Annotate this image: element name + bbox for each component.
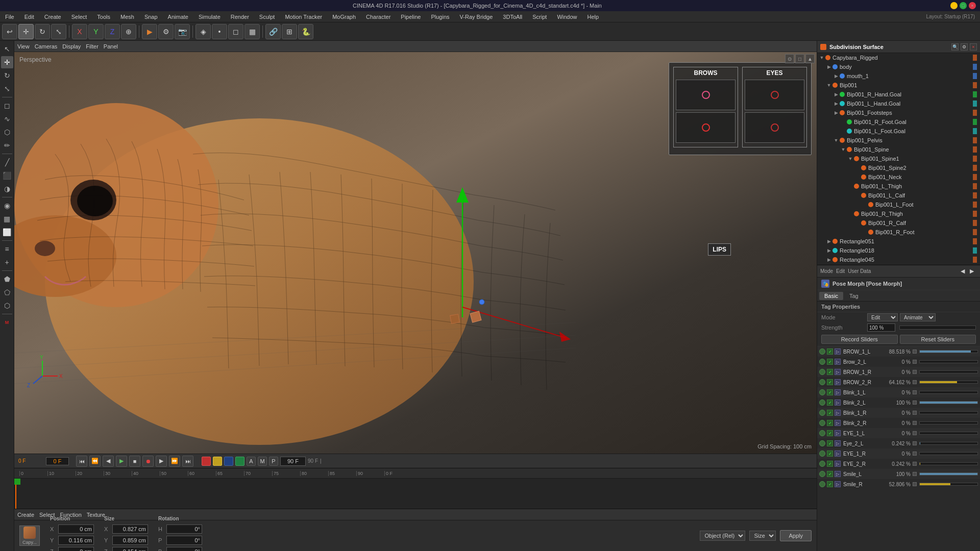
pm-tri-1[interactable]: ▷ bbox=[835, 359, 841, 365]
pm-eye-6[interactable] bbox=[819, 410, 825, 416]
pm-slider-3[interactable] bbox=[913, 380, 917, 384]
pm-dot-0[interactable] bbox=[913, 349, 917, 354]
left-tool-add[interactable]: + bbox=[1, 256, 13, 268]
pm-tri-4[interactable]: ▷ bbox=[835, 389, 841, 395]
left-tool-spline[interactable]: ∿ bbox=[1, 113, 13, 125]
vp-menu-cameras[interactable]: Cameras bbox=[35, 43, 58, 49]
menu-window[interactable]: Window bbox=[555, 13, 579, 21]
left-tool-brush[interactable]: ⬟ bbox=[1, 273, 13, 285]
pm-tri-3[interactable]: ▷ bbox=[835, 379, 841, 385]
left-tool-rotate[interactable]: ↻ bbox=[1, 69, 13, 82]
menu-3dtoall[interactable]: 3DToAll bbox=[501, 13, 524, 21]
toolbar-point-mode[interactable]: • bbox=[212, 24, 227, 39]
strength-input[interactable] bbox=[867, 323, 895, 332]
pm-check-10[interactable]: ✓ bbox=[827, 450, 833, 457]
menu-character[interactable]: Character bbox=[364, 13, 393, 21]
toolbar-world[interactable]: ⊕ bbox=[121, 24, 136, 39]
pm-slider-9[interactable] bbox=[913, 441, 917, 445]
pm-track-10[interactable] bbox=[919, 452, 978, 455]
menu-mograph[interactable]: MoGraph bbox=[330, 13, 358, 21]
rot-b-input[interactable] bbox=[166, 547, 202, 552]
pm-tri-11[interactable]: ▷ bbox=[835, 461, 841, 467]
menu-sculpt[interactable]: Sculpt bbox=[257, 13, 277, 21]
object-rel-dropdown[interactable]: Object (Rel) bbox=[700, 531, 745, 541]
left-tool-poly[interactable]: ◻ bbox=[1, 99, 13, 112]
menu-select[interactable]: Select bbox=[69, 13, 89, 21]
menu-snap[interactable]: Snap bbox=[142, 13, 160, 21]
menu-pipeline[interactable]: Pipeline bbox=[399, 13, 423, 21]
pm-slider-8[interactable] bbox=[913, 431, 917, 435]
pb-prev-frame[interactable]: ⏪ bbox=[89, 456, 101, 467]
toolbar-x-axis[interactable]: X bbox=[72, 24, 87, 39]
menu-tools[interactable]: Tools bbox=[95, 13, 112, 21]
pm-check-9[interactable]: ✓ bbox=[827, 440, 833, 446]
menu-render[interactable]: Render bbox=[229, 13, 251, 21]
pm-check-11[interactable]: ✓ bbox=[827, 461, 833, 467]
pb-stop[interactable]: ■ bbox=[129, 456, 140, 467]
menu-help[interactable]: Help bbox=[585, 13, 601, 21]
pm-check-1[interactable]: ✓ bbox=[827, 359, 833, 365]
outliner-item[interactable]: Bip001_L_Foot.Goal bbox=[817, 127, 980, 136]
left-tool-magnet[interactable]: ◑ bbox=[1, 183, 13, 195]
tab-create[interactable]: Create bbox=[17, 512, 34, 518]
pm-check-0[interactable]: ✓ bbox=[827, 348, 833, 355]
outliner-item[interactable]: ▼ Bip001_Spine bbox=[817, 145, 980, 154]
outliner-item[interactable]: Bip001_Spine2 bbox=[817, 163, 980, 172]
outliner-item[interactable]: Bip001_R_Foot bbox=[817, 228, 980, 237]
outliner-item[interactable]: ▶ Bip001_R_Hand.Goal bbox=[817, 90, 980, 99]
left-tool-knife[interactable]: ╱ bbox=[1, 156, 13, 168]
outliner-item[interactable]: Bip001_L_Calf bbox=[817, 191, 980, 200]
pm-tri-7[interactable]: ▷ bbox=[835, 420, 841, 426]
pm-eye-2[interactable] bbox=[819, 369, 825, 375]
pm-slider-6[interactable] bbox=[913, 411, 917, 415]
toolbar-scale[interactable]: ⤡ bbox=[51, 24, 66, 39]
outliner-item[interactable]: ▼ Bip001 bbox=[817, 81, 980, 90]
pm-tri-0[interactable]: ▷ bbox=[835, 348, 841, 355]
animate-dropdown[interactable]: Animate bbox=[900, 313, 936, 321]
menu-create[interactable]: Create bbox=[42, 13, 63, 21]
pm-track-7[interactable] bbox=[919, 421, 978, 424]
pm-eye-12[interactable] bbox=[819, 471, 825, 477]
left-tool-move[interactable]: ✛ bbox=[1, 56, 13, 68]
props-icon-1[interactable]: ◀ bbox=[961, 268, 968, 275]
left-tool-texture[interactable]: ▦ bbox=[1, 213, 13, 225]
vp-menu-filter[interactable]: Filter bbox=[86, 43, 98, 49]
size-y-input[interactable] bbox=[112, 536, 148, 545]
tab-basic[interactable]: Basic bbox=[819, 292, 843, 300]
pm-track-12[interactable] bbox=[919, 472, 978, 475]
toolbar-z-axis[interactable]: Z bbox=[105, 24, 120, 39]
strength-slider[interactable] bbox=[899, 325, 976, 330]
pm-dot-11[interactable] bbox=[913, 462, 917, 466]
pm-track-1[interactable] bbox=[919, 360, 978, 363]
pm-dot-5[interactable] bbox=[913, 400, 917, 405]
pm-slider-12[interactable] bbox=[913, 472, 917, 476]
pm-slider-1[interactable] bbox=[913, 360, 917, 364]
pm-eye-4[interactable] bbox=[819, 389, 825, 395]
outliner-item[interactable]: ▶ Rectangle045 bbox=[817, 255, 980, 264]
left-tool-select[interactable]: ↖ bbox=[1, 43, 13, 55]
pm-dot-1[interactable] bbox=[913, 360, 917, 364]
pos-z-input[interactable] bbox=[58, 547, 94, 552]
vp-menu-panel[interactable]: Panel bbox=[104, 43, 118, 49]
pm-tri-5[interactable]: ▷ bbox=[835, 399, 841, 406]
brows-slider-1[interactable] bbox=[676, 80, 736, 110]
pm-slider-10[interactable] bbox=[913, 452, 917, 456]
outliner-settings-icon[interactable]: ⚙ bbox=[961, 43, 968, 51]
pb-motion[interactable]: M bbox=[258, 457, 267, 466]
pm-tri-12[interactable]: ▷ bbox=[835, 471, 841, 477]
pb-goto-start[interactable]: ⏮ bbox=[76, 456, 87, 467]
left-tool-scale[interactable]: ⤡ bbox=[1, 83, 13, 95]
pm-check-3[interactable]: ✓ bbox=[827, 379, 833, 385]
size-z-input[interactable] bbox=[112, 547, 148, 552]
pm-check-8[interactable]: ✓ bbox=[827, 430, 833, 436]
menu-mesh[interactable]: Mesh bbox=[118, 13, 136, 21]
outliner-item[interactable]: Bip001_Neck bbox=[817, 172, 980, 182]
pm-eye-13[interactable] bbox=[819, 481, 825, 487]
pm-tri-10[interactable]: ▷ bbox=[835, 450, 841, 457]
maximize-button[interactable]: □ bbox=[960, 2, 967, 9]
current-frame-input[interactable] bbox=[46, 457, 69, 465]
left-tool-paint[interactable]: ✏ bbox=[1, 139, 13, 152]
pm-tri-8[interactable]: ▷ bbox=[835, 430, 841, 436]
record-sliders-button[interactable]: Record Sliders bbox=[821, 335, 898, 344]
pm-check-4[interactable]: ✓ bbox=[827, 389, 833, 395]
